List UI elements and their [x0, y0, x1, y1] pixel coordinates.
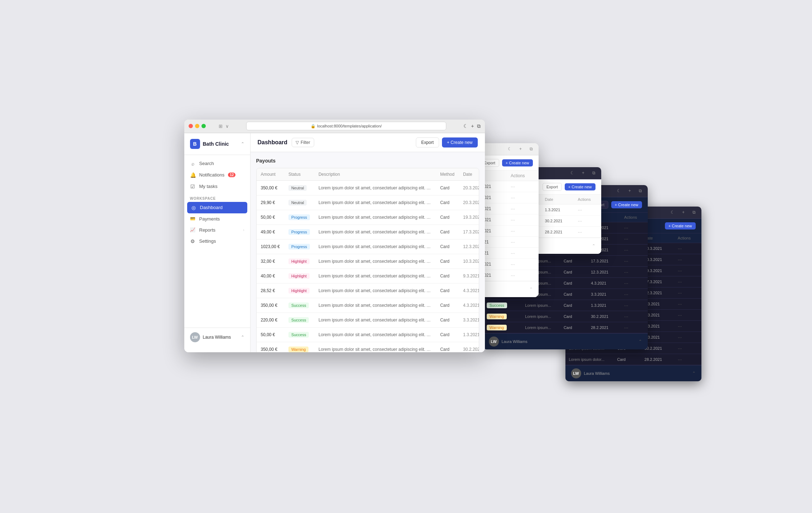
- status-badge: Warning: [288, 347, 309, 352]
- cell-date: 9.3.2021: [459, 268, 479, 283]
- moon-icon-4[interactable]: ☾: [616, 188, 622, 194]
- cell-method: Card: [436, 239, 459, 254]
- status-badge: Neutral: [288, 200, 307, 205]
- table-row: 28,52 € Highlight Lorem ipsum dolor sit …: [257, 283, 479, 298]
- table-row: 40,00 € Highlight Lorem ipsum dolor sit …: [257, 268, 479, 283]
- plus-icon-4[interactable]: +: [627, 188, 633, 194]
- cell-status: Progress: [284, 224, 314, 239]
- plus-icon-2[interactable]: +: [518, 146, 524, 152]
- cell-method: Card: [436, 313, 459, 327]
- sidebar-item-settings[interactable]: ⚙ Settings: [184, 236, 250, 247]
- search-icon: ⌕: [190, 161, 196, 166]
- cell-amount: 350,00 €: [257, 342, 284, 352]
- cell-amount: 1023,00 €: [257, 239, 284, 254]
- window-main: ⊞ ∨ 🔒 localhost:8000/templates/applicati…: [184, 120, 485, 352]
- cell-status: Success: [284, 313, 314, 327]
- sidebar-brand[interactable]: B Bath Clinic ⌃: [184, 139, 250, 155]
- cell-description: Lorem ipsum dolor sit amet, consectetuer…: [314, 298, 436, 313]
- moon-icon-3[interactable]: ☾: [570, 170, 575, 176]
- copy-icon-5[interactable]: ⧉: [691, 209, 697, 215]
- moon-icon-5[interactable]: ☾: [670, 209, 676, 215]
- cell-status: Highlight: [284, 283, 314, 298]
- export-button-3[interactable]: Export: [543, 183, 562, 191]
- sidebar-item-search[interactable]: ⌕ Search: [184, 158, 250, 169]
- create-button-5[interactable]: + Create new: [665, 222, 696, 229]
- table-row: 350,00 € Neutral Lorem ipsum dolor sit a…: [257, 180, 479, 195]
- cell-status: Neutral: [284, 180, 314, 195]
- status-badge: Highlight: [288, 258, 310, 264]
- bell-icon: 🔔: [190, 172, 196, 178]
- tab-grid-icon[interactable]: ⧉: [477, 123, 481, 129]
- minimize-button[interactable]: [195, 124, 199, 128]
- copy-icon-4[interactable]: ⧉: [638, 188, 643, 194]
- status-badge: Neutral: [288, 185, 307, 191]
- cell-date: 30.2.2021: [459, 342, 479, 352]
- user-chevron-icon: ⌃: [241, 335, 244, 340]
- sidebar: B Bath Clinic ⌃ ⌕ Search 🔔 Notifications…: [184, 133, 251, 352]
- plus-icon-3[interactable]: +: [580, 170, 586, 176]
- plus-icon-5[interactable]: +: [681, 209, 686, 215]
- cell-amount: 50,00 €: [257, 327, 284, 342]
- filter-label: Filter: [301, 140, 310, 145]
- status-badge: Highlight: [288, 273, 310, 279]
- table-row: 50,00 € Success Lorem ipsum dolor sit am…: [257, 327, 479, 342]
- table-row: 50,00 € Progress Lorem ipsum dolor sit a…: [257, 210, 479, 224]
- page-title: Dashboard: [258, 139, 288, 146]
- status-badge: Progress: [288, 244, 310, 250]
- col-method: Method: [436, 168, 459, 181]
- table-row: 32,00 € Highlight Lorem ipsum dolor sit …: [257, 254, 479, 268]
- cell-amount: 220,00 €: [257, 313, 284, 327]
- cell-status: Warning: [284, 342, 314, 352]
- add-tab-icon[interactable]: +: [471, 123, 474, 129]
- cell-description: Lorem ipsum dolor sit amet, consectetuer…: [314, 327, 436, 342]
- cell-date: 4.3.2021: [459, 298, 479, 313]
- filter-button[interactable]: ▽ Filter: [292, 138, 314, 147]
- sidebar-item-dashboard[interactable]: ◎ Dashboard: [187, 202, 247, 213]
- create-new-button[interactable]: + Create new: [442, 137, 478, 147]
- table-row: 49,00 € Progress Lorem ipsum dolor sit a…: [257, 224, 479, 239]
- cell-description: Lorem ipsum dolor sit amet, consectetuer…: [314, 283, 436, 298]
- copy-icon-2[interactable]: ⧉: [529, 146, 534, 152]
- dashboard-label: Dashboard: [200, 205, 223, 210]
- moon-icon-2[interactable]: ☾: [507, 146, 513, 152]
- cell-date: 1.3.2021: [459, 327, 479, 342]
- content-area: Payouts Amount Status Description Method…: [251, 152, 485, 352]
- table-row: WarningLorem ipsum...Card28.2.2021···: [483, 322, 648, 333]
- user-chevron-4: ⌃: [638, 339, 642, 344]
- sidebar-item-notifications[interactable]: 🔔 Notifications 12: [184, 169, 250, 181]
- cell-description: Lorem ipsum dolor sit amet, consectetuer…: [314, 210, 436, 224]
- copy-icon-3[interactable]: ⧉: [591, 170, 597, 176]
- create-button-3[interactable]: + Create new: [565, 183, 595, 190]
- brand-icon: B: [190, 139, 200, 149]
- traffic-lights: [189, 124, 206, 128]
- cell-method: Card: [436, 327, 459, 342]
- window-body: B Bath Clinic ⌃ ⌕ Search 🔔 Notifications…: [184, 133, 485, 352]
- col-status: Status: [284, 168, 314, 181]
- close-button[interactable]: [189, 124, 193, 128]
- cell-date: 17.3.2021: [459, 224, 479, 239]
- cell-date: 20.3.2021: [459, 195, 479, 210]
- user-name-5: Laura Williams: [584, 371, 610, 376]
- sidebar-item-payments[interactable]: 💳 Payments: [184, 213, 250, 224]
- create-button-2[interactable]: + Create new: [502, 159, 533, 166]
- sidebar-item-tasks[interactable]: ☑ My tasks: [184, 181, 250, 192]
- table-row: 350,00 € Warning Lorem ipsum dolor sit a…: [257, 342, 479, 352]
- brand-name: Bath Clinic: [203, 141, 229, 147]
- url-bar[interactable]: 🔒 localhost:8000/templates/application/: [246, 122, 447, 130]
- main-content: Dashboard ▽ Filter Export + Create new P…: [251, 133, 485, 352]
- moon-icon[interactable]: ☾: [463, 123, 468, 129]
- cell-amount: 29,90 €: [257, 195, 284, 210]
- cell-amount: 350,00 €: [257, 180, 284, 195]
- maximize-button[interactable]: [201, 124, 206, 128]
- cell-description: Lorem ipsum dolor sit amet, consectetuer…: [314, 268, 436, 283]
- filter-icon: ▽: [296, 140, 299, 145]
- cell-method: Card: [436, 342, 459, 352]
- cell-method: Card: [436, 195, 459, 210]
- main-titlebar: ⊞ ∨ 🔒 localhost:8000/templates/applicati…: [184, 120, 485, 133]
- export-button[interactable]: Export: [416, 137, 439, 147]
- payments-icon: 💳: [190, 216, 196, 221]
- workspace-label: WORKSPACE: [184, 192, 250, 202]
- sidebar-footer[interactable]: LW Laura Williams ⌃: [184, 328, 250, 347]
- sidebar-item-reports[interactable]: 📈 Reports ›: [184, 224, 250, 236]
- create-button-4[interactable]: + Create new: [611, 201, 642, 208]
